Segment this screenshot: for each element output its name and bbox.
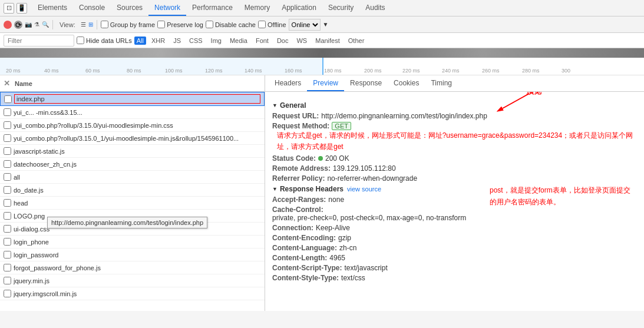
- file-name-15: jquery.imgscroll.min.js: [14, 290, 261, 297]
- group-by-frame-checkbox[interactable]: [101, 21, 108, 28]
- file-checkbox-13[interactable]: [4, 264, 11, 271]
- filter-xhr-btn[interactable]: XHR: [148, 37, 168, 45]
- file-item-11[interactable]: login_phone: [0, 236, 265, 249]
- filter-css-btn[interactable]: CSS: [186, 37, 206, 45]
- file-item-4[interactable]: javascript-static.js: [0, 145, 265, 158]
- file-checkbox-15[interactable]: [4, 290, 11, 297]
- file-checkbox-5[interactable]: [4, 160, 11, 168]
- general-section-header[interactable]: General: [272, 101, 637, 110]
- tab-elements[interactable]: Elements: [32, 1, 73, 16]
- content-length-row: Content-Length: 4965: [272, 254, 484, 262]
- detail-tab-timing[interactable]: Timing: [425, 76, 458, 91]
- filter-ws-btn[interactable]: WS: [293, 37, 310, 45]
- file-item-13[interactable]: forgot_password_for_phone.js: [0, 261, 265, 274]
- filter-media-btn[interactable]: Media: [227, 37, 250, 45]
- file-checkbox-9[interactable]: [4, 212, 11, 220]
- file-item-15[interactable]: jquery.imgscroll.min.js: [0, 287, 265, 300]
- file-checkbox-7[interactable]: [4, 186, 11, 194]
- file-item-3[interactable]: yui_combo.php?rollup/3.15.0_1/yui-moodle…: [0, 132, 265, 145]
- detail-tab-preview[interactable]: Preview: [307, 76, 344, 91]
- mobile-icon[interactable]: 📱: [16, 3, 27, 14]
- file-item-1[interactable]: yui_c... -min.css&3.15...: [0, 106, 265, 119]
- file-item-5[interactable]: datechooser_zh_cn.js: [0, 158, 265, 171]
- file-checkbox-2[interactable]: [4, 121, 11, 129]
- connection-label: Connection:: [272, 224, 313, 232]
- cache-control-label: Cache-Control:: [272, 206, 323, 214]
- tick-240ms: 240 ms: [442, 68, 460, 74]
- record-button[interactable]: [4, 21, 12, 29]
- cache-control-row: Cache-Control: private, pre-check=0, pos…: [272, 206, 484, 222]
- filter-all-btn[interactable]: All: [134, 37, 146, 45]
- detail-tab-cookies[interactable]: Cookies: [388, 76, 425, 91]
- remote-address-value: 139.129.105.112:80: [333, 164, 396, 173]
- file-item-14[interactable]: jquery.min.js: [0, 274, 265, 287]
- filter-icon[interactable]: ⚗: [34, 21, 39, 28]
- search-icon[interactable]: 🔍: [42, 21, 49, 28]
- hide-data-urls-checkbox[interactable]: [77, 37, 84, 44]
- tab-security[interactable]: Security: [322, 1, 359, 16]
- tab-memory[interactable]: Memory: [239, 1, 276, 16]
- remote-address-label: Remote Address:: [272, 164, 331, 173]
- hide-data-urls-label[interactable]: Hide data URLs: [77, 37, 132, 44]
- file-item-8[interactable]: head: [0, 197, 265, 210]
- view-source-link[interactable]: view source: [347, 185, 381, 193]
- tab-sources[interactable]: Sources: [111, 1, 148, 16]
- content-script-type-row: Content-Script-Type: text/javascript: [272, 264, 484, 272]
- tick-300: 300: [562, 68, 570, 74]
- cache-control-value: private, pre-check=0, post-check=0, max-…: [272, 214, 466, 222]
- preserve-log-checkbox[interactable]: [157, 21, 165, 28]
- detail-tab-response[interactable]: Response: [344, 76, 388, 91]
- file-checkbox-4[interactable]: [4, 147, 11, 155]
- tab-application[interactable]: Application: [276, 1, 322, 16]
- file-item-12[interactable]: login_password: [0, 249, 265, 261]
- view-grid-icon[interactable]: ⊞: [88, 21, 93, 28]
- view-list-icon[interactable]: ☰: [81, 21, 86, 28]
- close-icon[interactable]: ✕: [4, 79, 10, 88]
- disable-cache-label[interactable]: Disable cache: [206, 21, 256, 28]
- file-checkbox-12[interactable]: [4, 251, 11, 259]
- filter-other-btn[interactable]: Other: [345, 37, 368, 45]
- filter-input[interactable]: [4, 35, 74, 47]
- filter-manifest-btn[interactable]: Manifest: [312, 37, 343, 45]
- file-checkbox-3[interactable]: [4, 134, 11, 142]
- offline-label[interactable]: Offline: [258, 21, 286, 28]
- detail-content: 预览 General Request URL: http://demo.pi: [265, 92, 644, 311]
- camera-icon[interactable]: 📷: [25, 21, 32, 28]
- file-item-6[interactable]: all: [0, 171, 265, 184]
- file-checkbox-11[interactable]: [4, 238, 11, 246]
- preserve-log-label[interactable]: Preserve log: [157, 21, 203, 28]
- group-by-frame-label[interactable]: Group by frame: [101, 21, 155, 28]
- filter-font-btn[interactable]: Font: [253, 37, 272, 45]
- file-item-7[interactable]: do_date.js: [0, 184, 265, 197]
- file-checkbox-14[interactable]: [4, 277, 11, 284]
- throttle-dropdown-icon[interactable]: ▼: [323, 21, 329, 28]
- tab-console[interactable]: Console: [73, 1, 111, 16]
- throttle-select[interactable]: Online: [289, 19, 321, 31]
- filter-js-btn[interactable]: JS: [170, 37, 184, 45]
- tab-performance[interactable]: Performance: [186, 1, 239, 16]
- file-item-2[interactable]: yui_combo.php?rollup/3.15.0/yui-moodlesi…: [0, 119, 265, 132]
- response-headers-section-header[interactable]: Response Headers: [272, 185, 344, 193]
- file-item-index[interactable]: index.php: [0, 92, 265, 106]
- tab-network[interactable]: Network: [148, 1, 186, 16]
- tab-audits[interactable]: Audits: [359, 1, 391, 16]
- file-checkbox-8[interactable]: [4, 199, 11, 207]
- file-checkbox-6[interactable]: [4, 173, 11, 181]
- remote-address-row: Remote Address: 139.129.105.112:80: [272, 164, 637, 173]
- file-checkbox-10[interactable]: [4, 225, 11, 233]
- offline-checkbox[interactable]: [258, 21, 266, 28]
- filter-doc-btn[interactable]: Doc: [274, 37, 292, 45]
- filter-img-btn[interactable]: Img: [208, 37, 224, 45]
- clear-button[interactable]: ⟳: [14, 21, 22, 29]
- file-list-scroll[interactable]: index.php yui_c... -min.css&3.15... yui_…: [0, 92, 265, 311]
- request-method-label: Request Method:: [272, 122, 329, 130]
- dock-icon[interactable]: ⊡: [4, 3, 14, 14]
- file-tooltip: http://demo.pingnanlearning.com/test/log…: [47, 217, 207, 228]
- detail-tab-headers[interactable]: Headers: [269, 76, 307, 91]
- request-url-label: Request URL:: [272, 112, 319, 120]
- file-checkbox-1[interactable]: [4, 108, 11, 116]
- file-checkbox-index[interactable]: [4, 95, 12, 103]
- accept-ranges-row: Accept-Ranges: none: [272, 196, 484, 204]
- disable-cache-checkbox[interactable]: [206, 21, 213, 28]
- details-panel: Headers Preview Response Cookies Timing …: [265, 75, 644, 311]
